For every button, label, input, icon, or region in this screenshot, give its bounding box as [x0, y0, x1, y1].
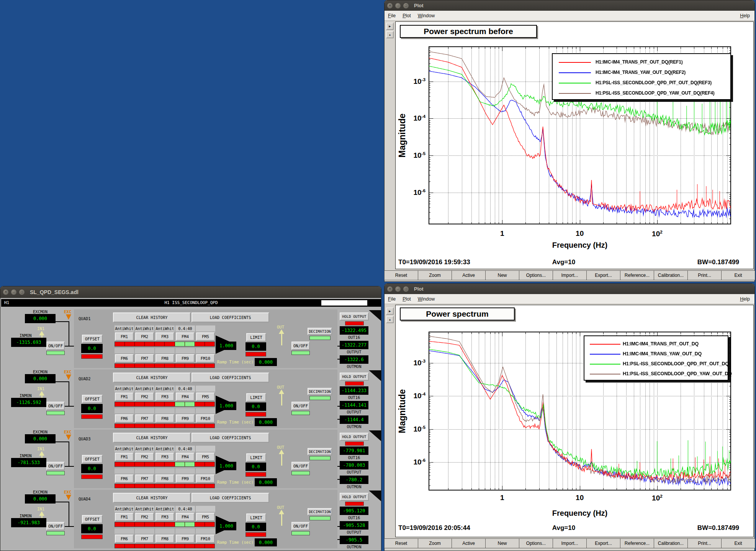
decimation-button[interactable]: DECIMATION [308, 508, 332, 515]
output-onoff-button[interactable]: ON/OFF [291, 462, 310, 470]
fm-button-fm9[interactable]: FM9 [176, 414, 195, 423]
reference-button[interactable]: Reference... [620, 538, 654, 548]
import-button[interactable]: Import... [553, 270, 587, 280]
menu-item-help[interactable]: Help [735, 13, 754, 18]
menu-item-plot[interactable]: Plot [399, 296, 414, 302]
scroll-up-icon[interactable]: ▲ [386, 316, 394, 323]
maximize-icon[interactable]: ◻ [403, 286, 409, 292]
related-display-corner-icon[interactable] [369, 370, 381, 381]
offset-value[interactable]: 0.0 [81, 524, 103, 533]
zoom-button[interactable]: Zoom [418, 538, 452, 548]
clear-history-button[interactable]: CLEAR HISTORY [113, 493, 191, 503]
export-button[interactable]: Export... [586, 270, 620, 280]
offset-button[interactable]: OFFSET [82, 335, 103, 343]
fm-button-fm10[interactable]: FM10 [196, 535, 215, 543]
fm-button-fm9[interactable]: FM9 [176, 535, 195, 543]
gain-value[interactable]: 1.000 [216, 402, 236, 410]
clear-history-button[interactable]: CLEAR HISTORY [113, 433, 191, 443]
fm-button-fm7[interactable]: FM7 [135, 414, 154, 423]
fm-button-fm3[interactable]: FM3 [155, 392, 174, 401]
fm-button-fm3[interactable]: FM3 [155, 453, 174, 461]
fm-button-fm5[interactable]: FM5 [196, 332, 215, 341]
fm-button-fm6[interactable]: FM6 [115, 354, 134, 363]
related-display-corner-icon[interactable] [369, 430, 381, 441]
offset-value[interactable]: 0.0 [81, 344, 103, 353]
reference-button[interactable]: Reference... [620, 270, 654, 280]
exit-button[interactable]: Exit [721, 538, 755, 548]
offset-button[interactable]: OFFSET [82, 455, 103, 463]
minimize-icon[interactable]: – [11, 289, 16, 295]
input-onoff-button[interactable]: ON/OFF [46, 342, 65, 350]
limit-value[interactable]: 0.0 [245, 523, 266, 531]
gain-value[interactable]: 1.000 [216, 342, 236, 350]
hold-output-button[interactable]: HOLD OUTPUT [340, 433, 369, 441]
scroll-right-icon[interactable]: ▶ [386, 23, 394, 30]
minimize-icon[interactable]: – [395, 286, 401, 292]
close-icon[interactable]: ✕ [3, 289, 8, 295]
options-button[interactable]: Options... [519, 270, 553, 280]
close-icon[interactable]: ✕ [387, 3, 393, 8]
fm-button-fm5[interactable]: FM5 [196, 513, 215, 521]
fm-button-fm2[interactable]: FM2 [135, 332, 154, 341]
maximize-icon[interactable]: ◻ [19, 289, 25, 295]
input-onoff-button[interactable]: ON/OFF [46, 402, 65, 410]
fm-button-fm8[interactable]: FM8 [155, 474, 174, 483]
zoom-button[interactable]: Zoom [418, 270, 452, 280]
clear-history-button[interactable]: CLEAR HISTORY [113, 312, 191, 322]
fm-button-fm1[interactable]: FM1 [115, 332, 134, 341]
reset-button[interactable]: Reset [384, 538, 418, 548]
fm-button-fm4[interactable]: FM4 [176, 392, 195, 401]
menu-item-window[interactable]: Window [414, 13, 438, 18]
print-button[interactable]: Print... [687, 538, 722, 548]
clear-history-button[interactable]: CLEAR HISTORY [113, 373, 191, 383]
decimation-button[interactable]: DECIMATION [308, 388, 332, 395]
fm-button-fm6[interactable]: FM6 [115, 474, 134, 483]
minimize-icon[interactable]: – [395, 3, 401, 8]
fm-button-fm10[interactable]: FM10 [196, 474, 215, 483]
fm-button-fm4[interactable]: FM4 [176, 513, 195, 521]
fm-button-fm4[interactable]: FM4 [176, 453, 195, 461]
fm-button-fm5[interactable]: FM5 [196, 453, 215, 461]
ramp-time-value[interactable]: 0.000 [255, 478, 277, 486]
limit-value[interactable]: 0.0 [245, 463, 266, 471]
gain-value[interactable]: 1.000 [216, 522, 236, 530]
fm-button-fm10[interactable]: FM10 [196, 414, 215, 423]
offset-button[interactable]: OFFSET [82, 515, 103, 523]
limit-value[interactable]: 0.0 [245, 402, 266, 411]
maximize-icon[interactable]: ◻ [403, 3, 409, 8]
output-onoff-button[interactable]: ON/OFF [291, 342, 310, 350]
ramp-time-value[interactable]: 0.000 [255, 538, 277, 546]
fm-button-fm1[interactable]: FM1 [115, 392, 134, 401]
import-button[interactable]: Import... [553, 538, 587, 548]
load-coefficients-button[interactable]: LOAD COEFFICIENTS [191, 493, 269, 503]
fm-button-fm9[interactable]: FM9 [176, 474, 195, 483]
fm-button-fm8[interactable]: FM8 [155, 535, 174, 543]
active-button[interactable]: Active [452, 270, 486, 280]
reset-button[interactable]: Reset [384, 270, 418, 280]
new-button[interactable]: New [485, 538, 519, 548]
fm-button-fm6[interactable]: FM6 [115, 535, 134, 543]
limit-value[interactable]: 0.0 [245, 342, 266, 351]
related-display-corner-icon[interactable] [369, 491, 381, 501]
calibration-button[interactable]: Calibration... [654, 270, 688, 280]
scroll-right-icon[interactable]: ▶ [386, 307, 394, 315]
decimation-button[interactable]: DECIMATION [308, 328, 332, 335]
fm-button-fm6[interactable]: FM6 [115, 414, 134, 423]
hold-output-button[interactable]: HOLD OUTPUT [340, 493, 369, 501]
export-button[interactable]: Export... [586, 538, 620, 548]
new-button[interactable]: New [485, 270, 519, 280]
fm-button-fm8[interactable]: FM8 [155, 354, 174, 363]
fm-button-fm8[interactable]: FM8 [155, 414, 174, 423]
offset-button[interactable]: OFFSET [82, 395, 103, 403]
input-onoff-button[interactable]: ON/OFF [46, 522, 65, 530]
menu-item-window[interactable]: Window [414, 296, 438, 302]
hold-output-button[interactable]: HOLD OUTPUT [340, 373, 369, 381]
gain-value[interactable]: 1.000 [216, 462, 236, 470]
output-onoff-button[interactable]: ON/OFF [291, 522, 310, 530]
fm-button-fm7[interactable]: FM7 [135, 474, 154, 483]
limit-button[interactable]: LIMIT [246, 393, 266, 402]
fm-button-fm5[interactable]: FM5 [196, 392, 215, 401]
menu-item-help[interactable]: Help [735, 296, 754, 302]
decimation-button[interactable]: DECIMATION [308, 448, 332, 455]
output-onoff-button[interactable]: ON/OFF [291, 402, 310, 410]
